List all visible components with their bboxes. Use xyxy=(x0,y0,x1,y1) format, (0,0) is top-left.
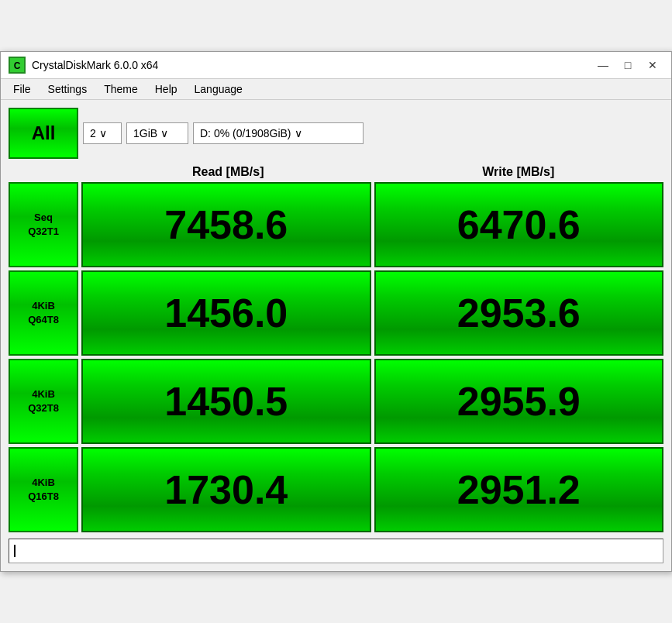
write-header: Write [MB/s] xyxy=(374,165,664,179)
menu-settings[interactable]: Settings xyxy=(40,81,95,98)
bench-write-0: 6470.6 xyxy=(374,182,664,267)
top-controls: All 2 ∨ 1GiB ∨ D: 0% (0/1908GiB) ∨ xyxy=(9,108,663,159)
drive-value: D: 0% (0/1908GiB) xyxy=(200,127,291,139)
size-arrow: ∨ xyxy=(160,127,168,139)
title-bar-controls: — □ ✕ xyxy=(592,57,663,74)
benchmark-grid: SeqQ32T17458.66470.64KiBQ64T81456.02953.… xyxy=(9,182,663,532)
bench-write-2: 2955.9 xyxy=(374,359,664,444)
size-dropdown[interactable]: 1GiB ∨ xyxy=(126,122,188,144)
bench-row: 4KiBQ32T81450.52955.9 xyxy=(9,359,663,444)
menu-theme[interactable]: Theme xyxy=(96,81,146,98)
bench-row: 4KiBQ64T81456.02953.6 xyxy=(9,270,663,356)
bench-label-1[interactable]: 4KiBQ64T8 xyxy=(9,270,78,356)
main-content: All 2 ∨ 1GiB ∨ D: 0% (0/1908GiB) ∨ Read … xyxy=(1,100,671,571)
maximize-button[interactable]: □ xyxy=(617,57,639,74)
svg-text:C: C xyxy=(14,60,21,71)
menu-language[interactable]: Language xyxy=(187,81,250,98)
count-arrow: ∨ xyxy=(99,127,107,139)
bench-read-0: 7458.6 xyxy=(81,182,371,267)
bench-read-3: 1730.4 xyxy=(81,447,371,532)
count-value: 2 xyxy=(90,127,96,139)
drive-arrow: ∨ xyxy=(295,127,302,139)
read-header: Read [MB/s] xyxy=(83,165,374,179)
status-bar xyxy=(9,539,663,563)
bench-read-1: 1456.0 xyxy=(81,270,371,356)
bench-label-0[interactable]: SeqQ32T1 xyxy=(9,182,78,267)
menu-file[interactable]: File xyxy=(5,81,39,98)
menu-help[interactable]: Help xyxy=(147,81,185,98)
count-dropdown[interactable]: 2 ∨ xyxy=(83,122,122,144)
app-window: C CrystalDiskMark 6.0.0 x64 — □ ✕ File S… xyxy=(0,51,672,572)
bench-write-1: 2953.6 xyxy=(374,270,664,356)
bench-label-2[interactable]: 4KiBQ32T8 xyxy=(9,359,78,444)
bench-write-3: 2951.2 xyxy=(374,447,664,532)
title-bar-left: C CrystalDiskMark 6.0.0 x64 xyxy=(9,57,158,74)
bench-label-3[interactable]: 4KiBQ16T8 xyxy=(9,447,78,532)
column-headers: Read [MB/s] Write [MB/s] xyxy=(83,165,663,179)
bench-row: SeqQ32T17458.66470.6 xyxy=(9,182,663,267)
cursor xyxy=(14,545,16,557)
window-title: CrystalDiskMark 6.0.0 x64 xyxy=(32,59,158,71)
bench-read-2: 1450.5 xyxy=(81,359,371,444)
title-bar: C CrystalDiskMark 6.0.0 x64 — □ ✕ xyxy=(1,52,671,79)
minimize-button[interactable]: — xyxy=(592,57,614,74)
menu-bar: File Settings Theme Help Language xyxy=(1,79,671,100)
app-icon: C xyxy=(9,57,26,74)
bench-row: 4KiBQ16T81730.42951.2 xyxy=(9,447,663,532)
size-value: 1GiB xyxy=(133,127,157,139)
close-button[interactable]: ✕ xyxy=(642,57,663,74)
all-button[interactable]: All xyxy=(9,108,78,159)
drive-dropdown[interactable]: D: 0% (0/1908GiB) ∨ xyxy=(193,122,364,144)
